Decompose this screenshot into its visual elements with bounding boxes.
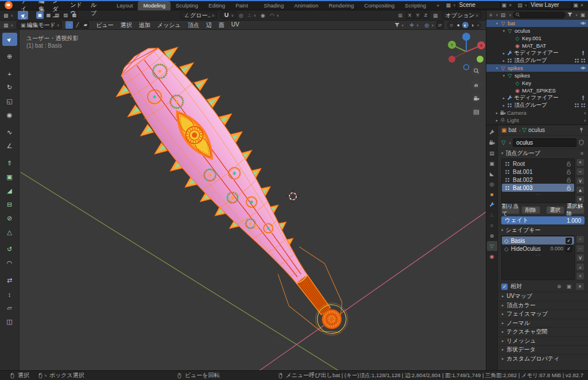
vgroup-row-bat002[interactable]: Bat.002 — [502, 176, 574, 184]
view-layer-name-field[interactable]: View Layer — [527, 1, 572, 9]
screw-icon[interactable] — [580, 50, 586, 56]
tool-loop-cut[interactable]: ⊟ — [2, 198, 17, 211]
disclosure-triangle[interactable]: ▸ — [501, 96, 506, 100]
filter-icon[interactable] — [567, 11, 573, 18]
outliner-row-mat-spikes[interactable]: ◉ MAT_SPIKES — [486, 87, 588, 94]
mirror-z-toggle[interactable]: Z — [422, 11, 430, 19]
vgroup-row-bat001[interactable]: Bat.001 — [502, 168, 574, 176]
disclosure-triangle[interactable]: ▾ — [494, 21, 500, 26]
new-collection-icon[interactable]: ▣ — [580, 12, 585, 18]
menu-mesh[interactable]: メッシュ — [154, 21, 184, 29]
pan-button[interactable] — [471, 79, 481, 90]
menu-window[interactable]: ウィンドウ — [66, 0, 87, 10]
mode-dropdown[interactable]: ▣ 編集モード∨ — [17, 21, 62, 29]
shapekey-mute-checkbox[interactable]: ✓ — [566, 238, 572, 244]
outliner-search-field[interactable] — [513, 11, 566, 18]
shading-material-button[interactable]: ◐ — [462, 22, 469, 28]
tool-cursor[interactable]: ⊕ — [2, 50, 17, 63]
tab-object-data[interactable]: ▽ — [487, 241, 497, 251]
tab-scene[interactable]: ◣ — [487, 169, 497, 179]
menu-uv[interactable]: UV — [228, 21, 243, 29]
remove-shape-key-button[interactable]: − — [576, 245, 585, 253]
lock-icon[interactable] — [566, 169, 572, 175]
outliner-row-modifiers-spikes[interactable]: ▸ モディファイアー — [486, 94, 588, 102]
disclosure-triangle[interactable]: ▾ — [501, 73, 506, 78]
relative-checkbox[interactable]: ✓ — [501, 284, 508, 290]
select-mode-extend[interactable]: ▦ — [45, 11, 52, 19]
screw-icon[interactable] — [580, 95, 586, 101]
vertex-groups-panel-header[interactable]: ▾頂点グループ ≡ — [498, 149, 588, 157]
menu-vertex[interactable]: 頂点 — [184, 21, 203, 29]
gizmo-x-neg-axis[interactable] — [448, 56, 455, 63]
xray-toggle[interactable]: ▱ — [436, 21, 444, 29]
tab-particles[interactable]: ∴ — [487, 210, 497, 220]
pin-icon[interactable] — [578, 127, 585, 133]
tab-shading[interactable]: Shading — [258, 1, 289, 10]
add-vertex-group-button[interactable]: + — [576, 158, 585, 166]
perspective-toggle-button[interactable] — [471, 107, 481, 117]
select-button[interactable]: 選択 — [546, 206, 564, 214]
editor-divider-horizontal[interactable] — [486, 125, 588, 125]
outliner-row-camera[interactable]: ▸ Camera ∨ — [486, 109, 588, 117]
deselect-button[interactable]: 選択解除 — [566, 206, 585, 214]
shapekey-mute-checkbox[interactable]: ✓ — [566, 246, 572, 252]
add-shape-key-button[interactable]: + — [576, 235, 585, 243]
lock-icon[interactable] — [566, 185, 572, 191]
menu-select[interactable]: 選択 — [117, 21, 136, 29]
section-texture-space[interactable]: ▸テクスチャ空間 — [498, 327, 588, 336]
tool-annotate[interactable]: ∿ — [2, 126, 17, 139]
editor-type-icon[interactable]: ▦ — [3, 22, 9, 28]
tool-smooth[interactable]: ◠ — [2, 257, 17, 270]
remove-button[interactable]: 削除 — [521, 206, 540, 214]
breadcrumb-object[interactable]: bat — [508, 127, 516, 133]
outliner-row-bat[interactable]: ▾ ▽ bat — [486, 20, 588, 27]
tab-object[interactable]: ■ — [487, 189, 497, 199]
outliner-row-modifiers-bat[interactable]: ▸ モディファイアー — [486, 49, 588, 57]
snap-with-dropdown[interactable]: ∴∨ — [245, 11, 258, 19]
tab-animation[interactable]: Animation — [289, 1, 323, 10]
move-up-button[interactable]: ▴ — [576, 186, 585, 194]
data-name-field[interactable]: oculus — [513, 138, 577, 147]
vgroup-row-root[interactable]: Root — [502, 160, 574, 168]
transform-orientation-dropdown[interactable]: ∠ グロー..∨ — [180, 11, 218, 19]
disclosure-triangle[interactable]: ▸ — [494, 118, 500, 123]
shading-solid-button[interactable]: ● — [455, 22, 462, 28]
section-uv-maps[interactable]: ▸UVマップ — [498, 292, 588, 301]
outliner-row-vgroups-bat[interactable]: ▸ 頂点グループ — [486, 57, 588, 64]
editor-divider-vertical[interactable] — [486, 10, 486, 370]
gizmo-y-neg-axis[interactable] — [477, 56, 483, 63]
tool-bevel[interactable]: ◢ — [2, 184, 17, 197]
face-select-button[interactable]: ▰ — [82, 21, 89, 29]
section-face-maps[interactable]: ▸フェイスマップ — [498, 309, 588, 319]
disclosure-triangle[interactable]: ▸ — [494, 111, 500, 115]
menu-edit[interactable]: 編集 — [34, 0, 48, 10]
move-down-button[interactable]: ▾ — [576, 195, 585, 203]
zoom-button[interactable] — [471, 65, 481, 76]
tab-tool[interactable] — [487, 127, 497, 137]
gizmo-z-neg-axis[interactable] — [464, 65, 469, 70]
shape-key-specials-menu[interactable]: ∨ — [576, 254, 585, 262]
disclosure-triangle[interactable]: ▸ — [501, 59, 506, 63]
bat-mesh[interactable] — [100, 30, 377, 358]
tab-rendering[interactable]: Rendering — [323, 1, 359, 10]
gizmos-dropdown[interactable]: ✛∨ — [406, 21, 421, 29]
menu-render[interactable]: レンダー — [48, 0, 66, 10]
3d-viewport[interactable]: Y X ユーザー・透視投影 (1) bat : Basis — [20, 30, 486, 370]
tool-measure[interactable]: ∠ — [2, 139, 17, 153]
menu-add[interactable]: 追加 — [136, 21, 154, 29]
menu-view[interactable]: ビュー — [92, 21, 117, 29]
tab-scripting[interactable]: Scripting — [400, 1, 431, 10]
list-resize-grip[interactable]: ⋯ — [502, 192, 574, 197]
proportional-editing-toggle[interactable]: ◉ — [261, 13, 265, 18]
lock-icon[interactable] — [566, 161, 572, 167]
mirror-y-toggle[interactable]: Y — [414, 11, 421, 19]
menu-face[interactable]: 面 — [215, 21, 228, 29]
section-geometry-data[interactable]: ▸形状データ — [498, 345, 588, 354]
lock-icon[interactable] — [566, 177, 572, 183]
section-remesh[interactable]: ▸リメッシュ — [498, 336, 588, 346]
tab-texture-paint[interactable]: Texture Paint — [230, 0, 258, 10]
overlays-dropdown[interactable]: ◎∨ — [421, 21, 436, 29]
menu-help[interactable]: ヘルプ — [87, 0, 102, 10]
tab-render[interactable] — [487, 138, 497, 148]
active-tool-dropdown-icon[interactable]: ▩ — [3, 13, 9, 18]
